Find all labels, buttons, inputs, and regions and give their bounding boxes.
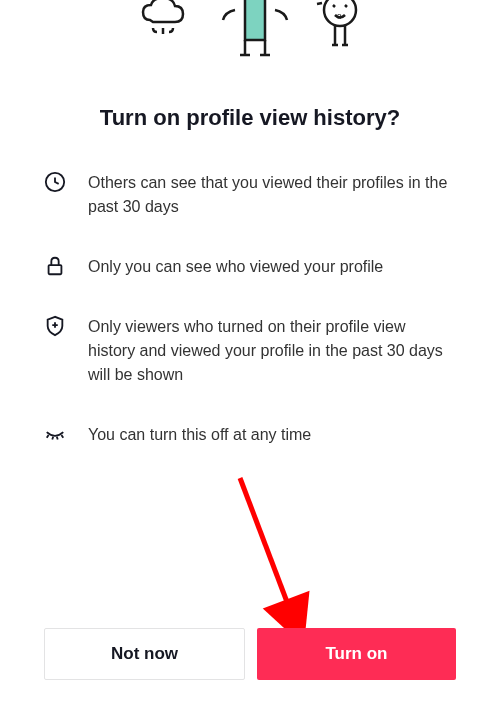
shield-plus-icon [44, 315, 66, 337]
svg-rect-3 [49, 265, 62, 274]
cloud-doodle-icon [135, 0, 195, 50]
lock-icon [44, 255, 66, 277]
feature-text: Only you can see who viewed your profile [88, 255, 383, 279]
feature-text: Only viewers who turned on their profile… [88, 315, 456, 387]
feature-item-visibility: Others can see that you viewed their pro… [44, 171, 456, 219]
hero-illustration: 3 [0, 0, 500, 60]
not-now-button[interactable]: Not now [44, 628, 245, 680]
eye-closed-icon [44, 423, 66, 445]
feature-item-privacy: Only you can see who viewed your profile [44, 255, 456, 279]
action-buttons: Not now Turn on [0, 628, 500, 680]
feature-item-reciprocal: Only viewers who turned on their profile… [44, 315, 456, 387]
annotation-arrow-icon [230, 468, 320, 648]
face-doodle-icon: 3 [315, 0, 365, 60]
dialog-title: Turn on profile view history? [0, 105, 500, 131]
feature-text: You can turn this off at any time [88, 423, 311, 447]
feature-text: Others can see that you viewed their pro… [88, 171, 456, 219]
svg-text:3: 3 [337, 12, 342, 21]
feature-item-reversible: You can turn this off at any time [44, 423, 456, 447]
turn-on-button[interactable]: Turn on [257, 628, 456, 680]
clock-icon [44, 171, 66, 193]
feature-list: Others can see that you viewed their pro… [0, 171, 500, 447]
character-doodle-icon [215, 0, 295, 60]
